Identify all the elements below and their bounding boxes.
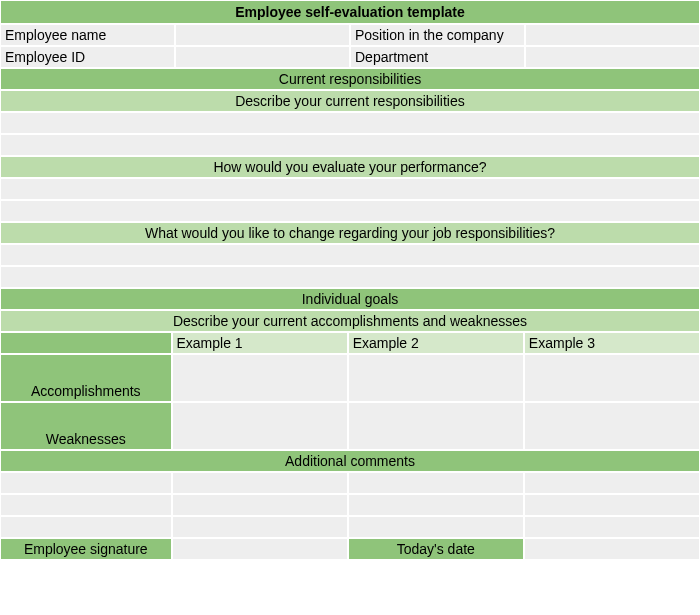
weaknesses-label: Weaknesses — [0, 402, 172, 450]
additional-row-2-col-1[interactable] — [0, 494, 172, 516]
additional-row-2-col-3[interactable] — [348, 494, 524, 516]
accomplishments-example-2[interactable] — [348, 354, 524, 402]
weaknesses-example-2[interactable] — [348, 402, 524, 450]
additional-row-3-col-3[interactable] — [348, 516, 524, 538]
example-1-header: Example 1 — [172, 332, 348, 354]
employee-signature-label: Employee signature — [0, 538, 172, 560]
evaluate-performance-label: How would you evaluate your performance? — [0, 156, 700, 178]
additional-row-1-col-4[interactable] — [524, 472, 700, 494]
describe-responsibilities-input-1[interactable] — [0, 112, 700, 134]
change-responsibilities-input-2[interactable] — [0, 266, 700, 288]
accomplishments-label: Accomplishments — [0, 354, 172, 402]
describe-responsibilities-input-2[interactable] — [0, 134, 700, 156]
goals-section-title: Individual goals — [0, 288, 700, 310]
evaluate-performance-input-1[interactable] — [0, 178, 700, 200]
describe-responsibilities-label: Describe your current responsibilities — [0, 90, 700, 112]
change-responsibilities-input-1[interactable] — [0, 244, 700, 266]
additional-row-3-col-2[interactable] — [172, 516, 348, 538]
additional-comments-title: Additional comments — [0, 450, 700, 472]
additional-row-3-col-1[interactable] — [0, 516, 172, 538]
department-label: Department — [350, 46, 525, 68]
position-input[interactable] — [525, 24, 700, 46]
todays-date-input[interactable] — [524, 538, 700, 560]
department-input[interactable] — [525, 46, 700, 68]
goals-corner-cell — [0, 332, 172, 354]
weaknesses-example-1[interactable] — [172, 402, 348, 450]
employee-id-label: Employee ID — [0, 46, 175, 68]
example-3-header: Example 3 — [524, 332, 700, 354]
additional-row-3-col-4[interactable] — [524, 516, 700, 538]
additional-row-1-col-2[interactable] — [172, 472, 348, 494]
employee-id-input[interactable] — [175, 46, 350, 68]
employee-signature-input[interactable] — [172, 538, 348, 560]
employee-name-input[interactable] — [175, 24, 350, 46]
accomplishments-example-3[interactable] — [524, 354, 700, 402]
additional-row-2-col-4[interactable] — [524, 494, 700, 516]
additional-row-2-col-2[interactable] — [172, 494, 348, 516]
additional-row-1-col-1[interactable] — [0, 472, 172, 494]
example-2-header: Example 2 — [348, 332, 524, 354]
responsibilities-section-title: Current responsibilities — [0, 68, 700, 90]
todays-date-label: Today's date — [348, 538, 524, 560]
form-title: Employee self-evaluation template — [0, 0, 700, 24]
employee-name-label: Employee name — [0, 24, 175, 46]
position-label: Position in the company — [350, 24, 525, 46]
goals-describe-label: Describe your current accomplishments an… — [0, 310, 700, 332]
accomplishments-example-1[interactable] — [172, 354, 348, 402]
change-responsibilities-label: What would you like to change regarding … — [0, 222, 700, 244]
weaknesses-example-3[interactable] — [524, 402, 700, 450]
additional-row-1-col-3[interactable] — [348, 472, 524, 494]
evaluate-performance-input-2[interactable] — [0, 200, 700, 222]
